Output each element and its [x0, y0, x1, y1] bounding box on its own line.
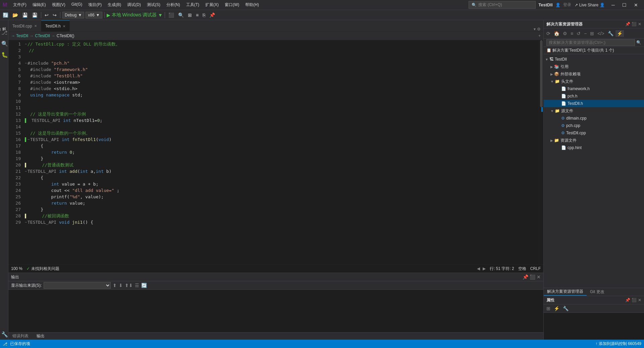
arrow-resources[interactable]: ▶ [550, 139, 553, 142]
props-pin2-icon[interactable]: ⬛ [632, 298, 637, 302]
activity-solution-explorer[interactable]: 解决 [0, 21, 8, 27]
props-btn-2[interactable]: ⚡ [552, 305, 561, 312]
activity-git[interactable]: ⎇ [0, 27, 8, 38]
tree-item-dllmain[interactable]: ⚙ dllmain.cpp [544, 115, 644, 122]
tree-item-extdep[interactable]: ▶ 📦 外部依赖项 [544, 70, 644, 78]
toolbar-btn-1[interactable]: ⬛ [167, 12, 175, 18]
tree-item-cpphint[interactable]: 📄 cpp.hint [544, 144, 644, 151]
tab-testdll-h[interactable]: TestDll.h ✕ [41, 20, 70, 31]
output-btn-4[interactable]: ☰ [135, 283, 139, 288]
tree-item-resources[interactable]: ▶ 📁 资源文件 [544, 137, 644, 144]
debug-config-dropdown[interactable]: Debug ▼ [62, 12, 84, 18]
nav-method[interactable]: CTestDll() [57, 33, 74, 38]
se-gear-btn[interactable]: 🔧 [606, 30, 615, 37]
se-pin-icon[interactable]: 📌 [625, 22, 630, 26]
fold-1[interactable]: − [25, 41, 27, 47]
props-close-icon[interactable]: ✕ [638, 298, 641, 302]
platform-dropdown[interactable]: x86 ▼ [86, 12, 102, 18]
scroll-right-btn[interactable]: ▶ [483, 266, 486, 271]
se-home-btn[interactable]: 🏠 [552, 30, 561, 37]
tree-item-pch-cpp[interactable]: ⚙ pch.cpp [544, 122, 644, 129]
toolbar-btn-4[interactable]: ≡ [195, 12, 200, 18]
tree-item-testdll-cpp[interactable]: ⚙ TestDll.cpp [544, 129, 644, 137]
maximize-button[interactable]: ☐ [619, 1, 630, 9]
menu-view[interactable]: 视图(V) [49, 1, 68, 8]
fold-16[interactable]: − [28, 136, 30, 143]
se-prop-btn[interactable]: ≡ [569, 30, 575, 37]
tab-list-icon[interactable]: ▾ [534, 27, 536, 31]
toolbar-btn-5[interactable]: ⎘ [201, 12, 207, 18]
save-btn[interactable]: 💾 [21, 12, 29, 18]
menu-debug[interactable]: 调试(D) [124, 1, 144, 8]
redo-btn[interactable]: ↪ [51, 12, 58, 18]
nav-expand-icon[interactable]: + [538, 33, 541, 38]
props-pin-icon[interactable]: 📌 [625, 298, 630, 302]
toolbar-btn-6[interactable]: 📌 [208, 12, 216, 18]
zoom-level[interactable]: 100 % [11, 266, 22, 271]
save-all-btn[interactable]: 💾 [31, 12, 39, 18]
login-label[interactable]: 登录 [563, 2, 571, 8]
se-refresh2-btn[interactable]: ↺ [575, 30, 582, 37]
panel-pin2-icon[interactable]: ⬛ [530, 274, 535, 280]
se-active-btn[interactable]: ⚡ [615, 30, 624, 37]
props-btn-3[interactable]: 🔧 [561, 305, 570, 312]
minimize-button[interactable]: ─ [608, 1, 618, 9]
undo-btn[interactable]: ↩ [43, 12, 50, 18]
tab-testdll-cpp-close[interactable]: ✕ [34, 24, 37, 28]
menu-edit[interactable]: 编辑(E) [30, 1, 49, 8]
se-collapse-btn[interactable]: − [583, 30, 588, 37]
tab-gear-icon[interactable]: ⚙ [537, 27, 541, 31]
activity-search[interactable]: 🔍 [0, 39, 8, 49]
source-control-label[interactable]: ↑ 添加到源码控制 660549 [595, 341, 641, 347]
menu-help[interactable]: 帮助(H) [243, 1, 262, 8]
toolbar-btn-3[interactable]: ⊞ [186, 12, 193, 18]
tab-output[interactable]: 输出 [33, 333, 49, 340]
tree-item-references[interactable]: ▶ 📚 引用 [544, 63, 644, 70]
arrow-refs[interactable]: ▶ [550, 65, 553, 69]
se-refresh-btn[interactable]: ⚙ [561, 30, 569, 37]
fold-4[interactable]: − [25, 60, 27, 66]
output-source-dropdown[interactable] [44, 282, 111, 289]
menu-build[interactable]: 生成(B) [105, 1, 124, 8]
output-btn-5[interactable]: 🔄 [141, 283, 147, 288]
menu-git[interactable]: Git(G) [69, 1, 85, 8]
output-btn-2[interactable]: ⬇ [119, 283, 123, 288]
fold-21[interactable]: − [25, 168, 27, 175]
tab-error-list[interactable]: 错误列表 [8, 333, 33, 340]
props-btn-1[interactable]: ⊞ [545, 305, 552, 312]
menu-analyze[interactable]: 分析(N) [164, 1, 183, 8]
panel-pin-icon[interactable]: 📌 [523, 274, 528, 280]
se-tab-git[interactable]: Git 更改 [587, 288, 608, 295]
nav-class[interactable]: CTestDll [35, 33, 50, 38]
se-sync-btn[interactable]: ⟳ [545, 30, 552, 37]
arrow-sources[interactable]: ▼ [550, 109, 554, 113]
menu-file[interactable]: 文件(F) [10, 1, 29, 8]
arrow-extdep[interactable]: ▶ [550, 72, 553, 76]
code-content[interactable]: − // TestDl1.cpp : 定义 DLL 的导出函数。 // − #i… [23, 40, 539, 264]
new-file-btn[interactable]: 🔄 [1, 12, 10, 18]
tree-item-pch-h[interactable]: 📄 pch.h [544, 92, 644, 100]
activity-debug[interactable]: 🐛 [0, 50, 8, 60]
vertical-scrollbar[interactable] [539, 40, 543, 264]
tab-testdll-cpp[interactable]: TestDll.cpp ✕ [8, 20, 41, 31]
output-btn-1[interactable]: ⬆ [113, 283, 117, 288]
menu-project[interactable]: 项目(P) [86, 1, 104, 8]
menu-test[interactable]: 测试(S) [144, 1, 163, 8]
tree-item-testdll-h[interactable]: 📄 TestDll.h [544, 100, 644, 107]
close-button[interactable]: ✕ [631, 1, 641, 9]
se-tab-solution[interactable]: 解决方案资源管理器 [544, 288, 587, 296]
scroll-thumb[interactable] [540, 40, 543, 107]
fold-29[interactable]: − [25, 219, 27, 225]
tab-testdll-h-close[interactable]: ✕ [63, 24, 65, 28]
toolbar-btn-2[interactable]: 🔍 [177, 12, 185, 18]
arrow-headers[interactable]: ▼ [550, 80, 554, 83]
search-box[interactable]: 🔍 搜索 (Ctrl+Q) [469, 1, 536, 9]
se-close-icon[interactable]: ✕ [638, 22, 641, 26]
live-share-button[interactable]: ↗ Live Share 👤 [575, 3, 605, 7]
se-pin2-icon[interactable]: ⬛ [632, 22, 637, 26]
tree-item-testdll[interactable]: ▼ 🏗 TestDll [544, 56, 644, 63]
menu-window[interactable]: 窗口(W) [222, 1, 242, 8]
se-search-input[interactable] [546, 39, 635, 46]
tree-item-sources[interactable]: ▼ 📁 源文件 [544, 107, 644, 115]
tree-item-headers[interactable]: ▼ 📁 头文件 [544, 78, 644, 85]
